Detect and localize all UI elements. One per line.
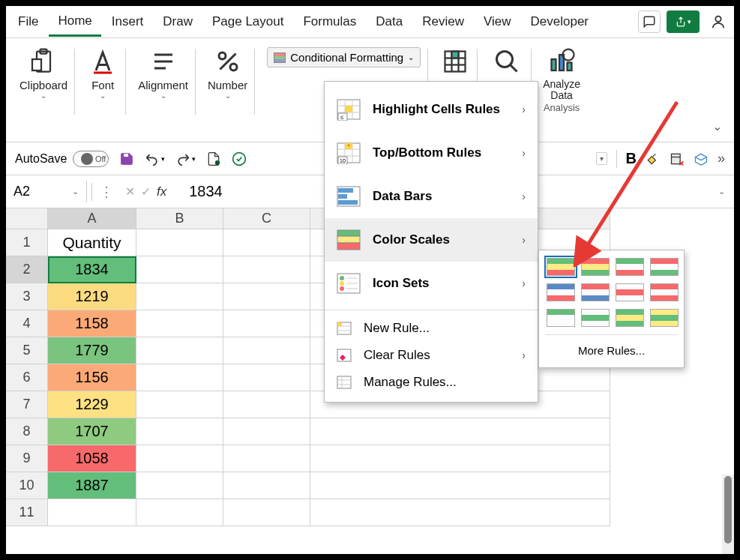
row-header[interactable]: 5: [6, 337, 48, 364]
color-scale-option[interactable]: [547, 309, 575, 327]
cell[interactable]: 1887: [48, 472, 136, 499]
vertical-scrollbar[interactable]: [722, 475, 734, 554]
col-header-a[interactable]: A: [48, 208, 136, 229]
redo-button[interactable]: ▾: [175, 151, 196, 166]
cell[interactable]: [136, 229, 223, 256]
color-scale-option[interactable]: [650, 309, 679, 327]
row-header[interactable]: 7: [6, 391, 48, 418]
color-scale-option[interactable]: [616, 258, 644, 276]
row-header[interactable]: 1: [6, 229, 48, 256]
row-header[interactable]: 8: [6, 418, 48, 445]
cell[interactable]: Quantity: [48, 229, 136, 256]
cell[interactable]: [223, 310, 310, 337]
group-clipboard[interactable]: Clipboard ⌄: [12, 43, 75, 137]
tab-review[interactable]: Review: [413, 8, 473, 35]
cell[interactable]: 1158: [48, 310, 136, 337]
col-header-b[interactable]: B: [136, 208, 223, 229]
group-number[interactable]: Number ⌄: [200, 43, 255, 137]
menu-clear-rules[interactable]: Clear Rules ›: [325, 342, 538, 369]
select-all-corner[interactable]: [6, 208, 48, 229]
color-scale-option[interactable]: [616, 309, 644, 327]
color-scale-option[interactable]: [581, 309, 610, 327]
user-icon[interactable]: [710, 13, 727, 30]
menu-new-rule[interactable]: New Rule...: [325, 315, 538, 342]
cell[interactable]: [223, 499, 310, 526]
cell[interactable]: [223, 337, 310, 364]
enter-icon[interactable]: ✓: [141, 184, 151, 199]
cell[interactable]: [223, 364, 310, 391]
new-file-icon[interactable]: +: [206, 151, 221, 166]
cell[interactable]: 1707: [48, 418, 136, 445]
more-commands-button[interactable]: »: [718, 151, 725, 166]
menu-color-scales[interactable]: Color Scales ›: [325, 218, 538, 262]
row-header[interactable]: 10: [6, 472, 48, 499]
cell[interactable]: [223, 391, 310, 418]
tab-data[interactable]: Data: [367, 8, 412, 35]
menu-highlight-cells-rules[interactable]: ≤ Highlight Cells Rules ›: [325, 88, 538, 131]
dropdown-indicator[interactable]: ▾: [596, 152, 607, 165]
row-header[interactable]: 6: [6, 364, 48, 391]
color-scale-option[interactable]: [650, 258, 679, 276]
delete-sheet-icon[interactable]: [670, 151, 685, 166]
menu-manage-rules[interactable]: Manage Rules...: [325, 369, 538, 396]
group-font[interactable]: Font ⌄: [79, 43, 126, 137]
cell[interactable]: 1156: [48, 364, 136, 391]
cell[interactable]: [136, 499, 223, 526]
tab-insert[interactable]: Insert: [103, 8, 153, 35]
row-header[interactable]: 11: [6, 499, 48, 526]
row-header[interactable]: 9: [6, 445, 48, 472]
group-analysis[interactable]: Analyze Data Analysis: [536, 43, 587, 137]
menu-top-bottom-rules[interactable]: 10 Top/Bottom Rules ›: [325, 131, 538, 175]
more-rules-button[interactable]: More Rules...: [545, 334, 678, 361]
cell[interactable]: [136, 391, 223, 418]
cell[interactable]: [136, 256, 223, 283]
col-header-c[interactable]: C: [223, 208, 310, 229]
bold-button[interactable]: B: [626, 150, 637, 167]
tab-formulas[interactable]: Formulas: [294, 8, 365, 35]
conditional-formatting-button[interactable]: Conditional Formatting ⌄: [267, 47, 421, 67]
row-header[interactable]: 2: [6, 256, 48, 283]
cell[interactable]: 1834: [48, 256, 136, 283]
addin-icon[interactable]: [694, 151, 709, 166]
cell[interactable]: [136, 418, 223, 445]
cell[interactable]: [310, 499, 610, 526]
color-scale-option[interactable]: [547, 258, 575, 276]
cell[interactable]: [310, 418, 610, 445]
menu-icon-sets[interactable]: Icon Sets ›: [325, 262, 538, 305]
fx-icon[interactable]: fx: [157, 184, 166, 199]
cell[interactable]: [310, 472, 610, 499]
undo-button[interactable]: ▾: [145, 151, 165, 166]
tab-view[interactable]: View: [475, 8, 520, 35]
comments-button[interactable]: [638, 10, 661, 33]
cell[interactable]: [136, 445, 223, 472]
tab-pagelayout[interactable]: Page Layout: [203, 8, 292, 35]
group-alignment[interactable]: Alignment ⌄: [130, 43, 196, 137]
check-icon[interactable]: [232, 151, 247, 166]
save-icon[interactable]: [119, 151, 134, 166]
cell[interactable]: [223, 229, 310, 256]
row-header[interactable]: 4: [6, 310, 48, 337]
cell[interactable]: [136, 337, 223, 364]
cell[interactable]: 1229: [48, 391, 136, 418]
cell[interactable]: [136, 364, 223, 391]
menu-data-bars[interactable]: Data Bars ›: [325, 175, 538, 218]
cell[interactable]: [136, 283, 223, 310]
color-scale-option[interactable]: [581, 283, 610, 301]
cell[interactable]: 1219: [48, 283, 136, 310]
row-header[interactable]: 3: [6, 283, 48, 310]
cell[interactable]: [223, 418, 310, 445]
tab-developer[interactable]: Developer: [522, 8, 598, 35]
cell[interactable]: [223, 445, 310, 472]
cancel-icon[interactable]: ✕: [125, 184, 135, 199]
cell[interactable]: 1058: [48, 445, 136, 472]
expand-formula-button[interactable]: ⌄: [709, 187, 734, 196]
cell[interactable]: [48, 499, 136, 526]
cell[interactable]: [136, 310, 223, 337]
tab-file[interactable]: File: [9, 8, 47, 35]
color-scale-option[interactable]: [616, 283, 644, 301]
cell[interactable]: [223, 283, 310, 310]
color-scale-option[interactable]: [547, 283, 575, 301]
color-scale-option[interactable]: [581, 258, 610, 276]
autosave-toggle[interactable]: AutoSave Off: [15, 151, 109, 167]
share-button[interactable]: ▾: [667, 10, 700, 33]
